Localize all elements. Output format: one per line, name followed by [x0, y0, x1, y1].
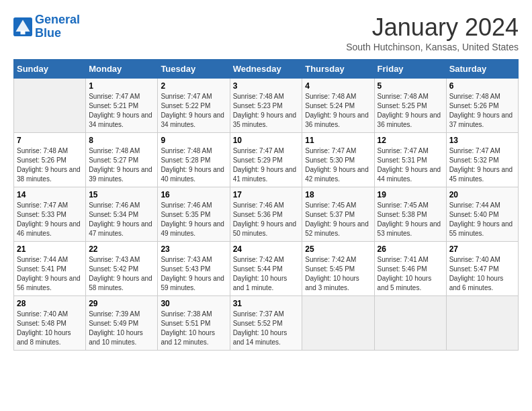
calendar-cell: 22 Sunrise: 7:43 AM Sunset: 5:42 PM Dayl… — [86, 242, 158, 296]
day-info: Sunrise: 7:46 AM Sunset: 5:36 PM Dayligh… — [233, 201, 300, 238]
title-area: January 2024 South Hutchinson, Kansas, U… — [346, 13, 519, 52]
calendar-cell: 28 Sunrise: 7:40 AM Sunset: 5:48 PM Dayl… — [14, 296, 86, 351]
calendar-cell: 2 Sunrise: 7:47 AM Sunset: 5:22 PM Dayli… — [158, 79, 230, 133]
day-info: Sunrise: 7:46 AM Sunset: 5:35 PM Dayligh… — [161, 201, 226, 238]
day-number: 5 — [378, 81, 443, 91]
calendar-cell: 30 Sunrise: 7:38 AM Sunset: 5:51 PM Dayl… — [158, 296, 230, 351]
calendar-cell: 6 Sunrise: 7:48 AM Sunset: 5:26 PM Dayli… — [446, 79, 518, 133]
location-subtitle: South Hutchinson, Kansas, United States — [346, 42, 519, 52]
day-info: Sunrise: 7:47 AM Sunset: 5:29 PM Dayligh… — [233, 146, 300, 184]
day-number: 7 — [17, 136, 83, 145]
day-info: Sunrise: 7:47 AM Sunset: 5:31 PM Dayligh… — [378, 146, 443, 184]
calendar-cell — [374, 296, 446, 351]
calendar-cell: 21 Sunrise: 7:44 AM Sunset: 5:41 PM Dayl… — [14, 242, 86, 296]
day-number: 2 — [161, 81, 226, 91]
day-info: Sunrise: 7:47 AM Sunset: 5:21 PM Dayligh… — [89, 92, 154, 130]
day-info: Sunrise: 7:45 AM Sunset: 5:38 PM Dayligh… — [378, 201, 443, 238]
calendar-cell: 24 Sunrise: 7:42 AM Sunset: 5:44 PM Dayl… — [230, 242, 302, 296]
svg-rect-2 — [21, 30, 26, 34]
day-number: 4 — [305, 81, 371, 91]
day-number: 12 — [378, 136, 443, 145]
calendar-cell: 4 Sunrise: 7:48 AM Sunset: 5:24 PM Dayli… — [302, 79, 374, 133]
calendar-cell: 29 Sunrise: 7:39 AM Sunset: 5:49 PM Dayl… — [86, 296, 158, 351]
day-number: 22 — [89, 244, 154, 254]
day-info: Sunrise: 7:48 AM Sunset: 5:28 PM Dayligh… — [161, 146, 226, 184]
calendar-cell: 20 Sunrise: 7:44 AM Sunset: 5:40 PM Dayl… — [446, 187, 518, 242]
weekday-header: Thursday — [302, 60, 374, 79]
day-info: Sunrise: 7:38 AM Sunset: 5:51 PM Dayligh… — [161, 310, 226, 347]
weekday-header: Tuesday — [158, 60, 230, 79]
calendar-cell: 15 Sunrise: 7:46 AM Sunset: 5:34 PM Dayl… — [86, 187, 158, 242]
day-info: Sunrise: 7:37 AM Sunset: 5:52 PM Dayligh… — [233, 310, 300, 347]
day-info: Sunrise: 7:46 AM Sunset: 5:34 PM Dayligh… — [89, 201, 154, 238]
day-number: 20 — [449, 190, 515, 199]
calendar-week-row: 21 Sunrise: 7:44 AM Sunset: 5:41 PM Dayl… — [14, 242, 519, 296]
day-info: Sunrise: 7:47 AM Sunset: 5:30 PM Dayligh… — [305, 146, 371, 184]
day-info: Sunrise: 7:40 AM Sunset: 5:48 PM Dayligh… — [17, 310, 83, 347]
day-number: 23 — [161, 244, 226, 254]
day-number: 14 — [17, 190, 83, 199]
day-info: Sunrise: 7:48 AM Sunset: 5:27 PM Dayligh… — [89, 146, 154, 184]
calendar-cell — [14, 79, 86, 133]
day-info: Sunrise: 7:42 AM Sunset: 5:45 PM Dayligh… — [305, 255, 371, 293]
day-info: Sunrise: 7:47 AM Sunset: 5:22 PM Dayligh… — [161, 92, 226, 130]
calendar-cell: 19 Sunrise: 7:45 AM Sunset: 5:38 PM Dayl… — [374, 187, 446, 242]
day-number: 30 — [161, 299, 226, 308]
calendar-header: SundayMondayTuesdayWednesdayThursdayFrid… — [14, 60, 519, 79]
day-number: 29 — [89, 299, 154, 308]
weekday-header: Monday — [86, 60, 158, 79]
calendar-cell: 9 Sunrise: 7:48 AM Sunset: 5:28 PM Dayli… — [158, 133, 230, 187]
day-number: 3 — [233, 81, 300, 91]
day-number: 15 — [89, 190, 154, 199]
calendar-week-row: 28 Sunrise: 7:40 AM Sunset: 5:48 PM Dayl… — [14, 296, 519, 351]
calendar-week-row: 1 Sunrise: 7:47 AM Sunset: 5:21 PM Dayli… — [14, 79, 519, 133]
calendar-cell: 31 Sunrise: 7:37 AM Sunset: 5:52 PM Dayl… — [230, 296, 302, 351]
calendar-cell: 10 Sunrise: 7:47 AM Sunset: 5:29 PM Dayl… — [230, 133, 302, 187]
day-info: Sunrise: 7:48 AM Sunset: 5:26 PM Dayligh… — [449, 92, 515, 130]
weekday-header: Sunday — [14, 60, 86, 79]
weekday-header: Saturday — [446, 60, 518, 79]
logo-general: General — [35, 13, 80, 26]
day-info: Sunrise: 7:48 AM Sunset: 5:23 PM Dayligh… — [233, 92, 300, 130]
day-number: 26 — [378, 244, 443, 254]
day-info: Sunrise: 7:42 AM Sunset: 5:44 PM Dayligh… — [233, 255, 300, 293]
day-number: 17 — [233, 190, 300, 199]
day-info: Sunrise: 7:43 AM Sunset: 5:42 PM Dayligh… — [89, 255, 154, 293]
calendar-cell: 14 Sunrise: 7:47 AM Sunset: 5:33 PM Dayl… — [14, 187, 86, 242]
calendar-cell: 3 Sunrise: 7:48 AM Sunset: 5:23 PM Dayli… — [230, 79, 302, 133]
calendar-cell: 17 Sunrise: 7:46 AM Sunset: 5:36 PM Dayl… — [230, 187, 302, 242]
calendar-cell: 11 Sunrise: 7:47 AM Sunset: 5:30 PM Dayl… — [302, 133, 374, 187]
day-number: 27 — [449, 244, 515, 254]
day-info: Sunrise: 7:48 AM Sunset: 5:26 PM Dayligh… — [17, 146, 83, 184]
calendar-cell: 13 Sunrise: 7:47 AM Sunset: 5:32 PM Dayl… — [446, 133, 518, 187]
calendar-cell: 7 Sunrise: 7:48 AM Sunset: 5:26 PM Dayli… — [14, 133, 86, 187]
logo: General Blue — [13, 13, 80, 40]
calendar-cell — [446, 296, 518, 351]
calendar-table: SundayMondayTuesdayWednesdayThursdayFrid… — [13, 59, 519, 351]
calendar-cell: 23 Sunrise: 7:43 AM Sunset: 5:43 PM Dayl… — [158, 242, 230, 296]
day-info: Sunrise: 7:39 AM Sunset: 5:49 PM Dayligh… — [89, 310, 154, 347]
day-number: 13 — [449, 136, 515, 145]
calendar-cell: 1 Sunrise: 7:47 AM Sunset: 5:21 PM Dayli… — [86, 79, 158, 133]
day-number: 8 — [89, 136, 154, 145]
calendar-cell: 18 Sunrise: 7:45 AM Sunset: 5:37 PM Dayl… — [302, 187, 374, 242]
day-info: Sunrise: 7:40 AM Sunset: 5:47 PM Dayligh… — [449, 255, 515, 293]
calendar-cell: 5 Sunrise: 7:48 AM Sunset: 5:25 PM Dayli… — [374, 79, 446, 133]
calendar-cell — [302, 296, 374, 351]
day-number: 16 — [161, 190, 226, 199]
day-number: 9 — [161, 136, 226, 145]
day-info: Sunrise: 7:45 AM Sunset: 5:37 PM Dayligh… — [305, 201, 371, 238]
weekday-header: Friday — [374, 60, 446, 79]
calendar-cell: 12 Sunrise: 7:47 AM Sunset: 5:31 PM Dayl… — [374, 133, 446, 187]
day-number: 19 — [378, 190, 443, 199]
day-number: 31 — [233, 299, 300, 308]
calendar-cell: 16 Sunrise: 7:46 AM Sunset: 5:35 PM Dayl… — [158, 187, 230, 242]
day-info: Sunrise: 7:47 AM Sunset: 5:33 PM Dayligh… — [17, 201, 83, 238]
day-info: Sunrise: 7:44 AM Sunset: 5:41 PM Dayligh… — [17, 255, 83, 293]
day-info: Sunrise: 7:44 AM Sunset: 5:40 PM Dayligh… — [449, 201, 515, 238]
calendar-cell: 26 Sunrise: 7:41 AM Sunset: 5:46 PM Dayl… — [374, 242, 446, 296]
calendar-week-row: 14 Sunrise: 7:47 AM Sunset: 5:33 PM Dayl… — [14, 187, 519, 242]
page-header: General Blue January 2024 South Hutchins… — [13, 13, 519, 52]
logo-icon — [13, 17, 32, 36]
day-number: 10 — [233, 136, 300, 145]
